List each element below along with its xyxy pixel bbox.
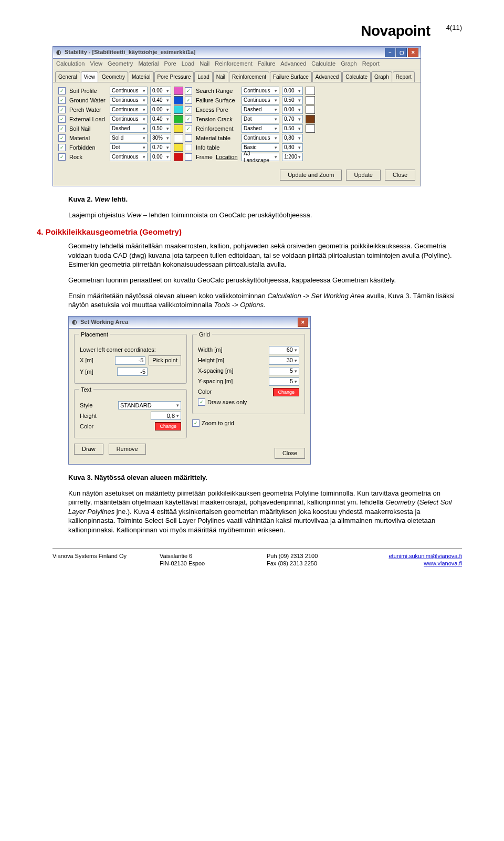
color-swatch[interactable] — [174, 143, 183, 152]
swa-close-btn[interactable]: Close — [275, 448, 305, 459]
color-swatch[interactable] — [306, 96, 315, 104]
tcolor-button[interactable]: Change — [155, 422, 181, 430]
row-checkbox[interactable]: ✓ — [58, 87, 66, 94]
tab-material[interactable]: Material — [129, 71, 154, 82]
style-select[interactable]: Continuous▾ — [242, 134, 279, 142]
menu-item[interactable]: Report — [362, 60, 380, 68]
row-checkbox[interactable] — [185, 153, 192, 161]
style-select[interactable]: Continuous▾ — [110, 106, 148, 114]
row-checkbox[interactable]: ✓ — [185, 106, 192, 113]
row-checkbox[interactable]: ✓ — [58, 153, 66, 161]
color-swatch[interactable] — [306, 115, 315, 123]
menu-item[interactable]: Reinforcement — [215, 60, 253, 68]
style-select[interactable]: Dashed▾ — [242, 106, 279, 114]
close-button[interactable]: ✕ — [408, 48, 418, 57]
color-swatch[interactable] — [174, 115, 183, 123]
color-swatch[interactable] — [174, 153, 183, 161]
style-select[interactable]: Dashed▾ — [242, 124, 279, 133]
xm-input[interactable]: -5 — [115, 356, 145, 365]
color-swatch[interactable] — [306, 124, 315, 133]
tab-report[interactable]: Report — [393, 71, 415, 82]
value-select[interactable]: 0.70▾ — [150, 143, 171, 152]
heightm-input[interactable]: 30▾ — [269, 356, 299, 365]
maximize-button[interactable]: ▢ — [396, 48, 407, 57]
color-swatch[interactable] — [174, 96, 183, 104]
style-select[interactable]: Continuous▾ — [242, 87, 279, 95]
tab-pore[interactable]: Pore Pressure — [154, 71, 194, 82]
update-zoom-button[interactable]: Update and Zoom — [280, 170, 342, 181]
menu-item[interactable]: Failure — [258, 60, 276, 68]
tab-calc[interactable]: Calculate — [342, 71, 371, 82]
width-input[interactable]: 60▾ — [269, 346, 299, 354]
value-select[interactable]: 0,80▾ — [282, 134, 303, 142]
tab-view[interactable]: View — [81, 71, 99, 82]
style-select[interactable]: Dot▾ — [242, 115, 279, 123]
menu-item[interactable]: Load — [182, 60, 194, 68]
tab-advanced[interactable]: Advanced — [312, 71, 342, 82]
value-select[interactable]: 1:200▾ — [282, 153, 303, 161]
gcolor-button[interactable]: Change — [273, 388, 299, 396]
row-checkbox[interactable]: ✓ — [58, 97, 66, 104]
value-select[interactable]: 0.00▾ — [282, 87, 303, 95]
menu-item[interactable]: View — [90, 60, 102, 68]
minimize-button[interactable]: − — [385, 48, 395, 57]
menu-item[interactable]: Geometry — [108, 60, 133, 68]
value-select[interactable]: 0.40▾ — [150, 96, 171, 104]
style-select[interactable]: Dashed▾ — [110, 124, 148, 133]
close-dlg-button[interactable]: Close — [385, 170, 415, 181]
menu-item[interactable]: Pore — [164, 60, 176, 68]
menu-item[interactable]: Advanced — [280, 60, 306, 68]
menu-item[interactable]: Nail — [200, 60, 209, 68]
color-swatch[interactable] — [306, 106, 315, 114]
row-checkbox[interactable]: ✓ — [185, 87, 192, 94]
menu-item[interactable]: Material — [138, 60, 159, 68]
color-swatch[interactable] — [174, 134, 183, 142]
theight-input[interactable]: 0,8▾ — [151, 412, 181, 420]
tab-general[interactable]: General — [55, 71, 80, 82]
tab-load[interactable]: Load — [194, 71, 212, 82]
swa-close-button[interactable]: ✕ — [298, 318, 308, 327]
update-button[interactable]: Update — [346, 170, 380, 181]
color-swatch[interactable] — [174, 124, 183, 133]
row-checkbox[interactable] — [185, 144, 192, 151]
value-select[interactable]: 0.50▾ — [150, 124, 171, 133]
row-checkbox[interactable]: ✓ — [185, 97, 192, 104]
style-select[interactable]: Continuous▾ — [110, 87, 148, 95]
row-checkbox[interactable]: ✓ — [58, 134, 66, 142]
row-checkbox[interactable] — [185, 134, 192, 142]
style-select[interactable]: Continuous▾ — [110, 115, 148, 123]
row-checkbox[interactable]: ✓ — [185, 115, 192, 123]
value-select[interactable]: 30%▾ — [150, 134, 171, 142]
pick-point-button[interactable]: Pick point — [149, 355, 181, 365]
value-select[interactable]: 0.00▾ — [150, 106, 171, 114]
style-select[interactable]: Dot▾ — [110, 143, 148, 152]
style-select[interactable]: Continuous▾ — [242, 96, 279, 104]
tab-reinf[interactable]: Reinforcement — [229, 71, 269, 82]
value-select[interactable]: 0.40▾ — [150, 115, 171, 123]
style-select[interactable]: STANDARD▾ — [118, 401, 181, 409]
style-select[interactable]: Continuous▾ — [110, 153, 148, 161]
tab-nail[interactable]: Nail — [213, 71, 228, 82]
style-select[interactable]: Continuous▾ — [110, 96, 148, 104]
menu-item[interactable]: Calculate — [311, 60, 335, 68]
row-checkbox[interactable]: ✓ — [58, 115, 66, 123]
draw-button[interactable]: Draw — [74, 444, 103, 455]
ym-input[interactable]: -5 — [117, 367, 148, 376]
value-select[interactable]: 0.50▾ — [282, 124, 303, 133]
value-select[interactable]: 0.70▾ — [282, 115, 303, 123]
color-swatch[interactable] — [174, 87, 183, 95]
tab-failure[interactable]: Failure Surface — [270, 71, 312, 82]
tab-geometry[interactable]: Geometry — [99, 71, 128, 82]
style-select[interactable]: A3 Landscape▾ — [242, 153, 279, 161]
color-swatch[interactable] — [306, 87, 315, 95]
value-select[interactable]: 0,80▾ — [282, 143, 303, 152]
row-checkbox[interactable]: ✓ — [58, 125, 66, 132]
value-select[interactable]: 0.50▾ — [282, 96, 303, 104]
ysp-input[interactable]: 5▾ — [269, 377, 299, 386]
value-select[interactable]: 0.00▾ — [150, 153, 171, 161]
xsp-input[interactable]: 5▾ — [269, 367, 299, 375]
style-select[interactable]: Solid▾ — [110, 134, 148, 142]
email-link[interactable]: etunimi.sukunimi@vianova.fi — [374, 552, 462, 560]
row-checkbox[interactable]: ✓ — [58, 106, 66, 113]
web-link[interactable]: www.vianova.fi — [374, 560, 462, 567]
